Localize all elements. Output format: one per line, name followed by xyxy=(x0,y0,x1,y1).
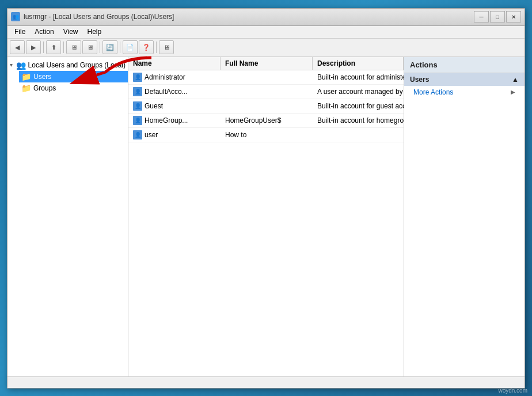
close-button[interactable]: ✕ xyxy=(506,11,521,22)
menu-view[interactable]: View xyxy=(59,27,83,37)
toolbar-sep-4 xyxy=(120,42,120,53)
user-desc-cell: A user account managed by the s... xyxy=(313,86,404,97)
minimize-button[interactable]: ─ xyxy=(474,11,489,22)
more-actions-chevron: ▶ xyxy=(511,89,515,95)
user-name-label: user xyxy=(145,131,158,139)
user-name-cell: 👤 Guest xyxy=(128,100,221,112)
user-name-label: Administrator xyxy=(145,73,185,81)
menu-action[interactable]: Action xyxy=(30,27,58,37)
menu-file[interactable]: File xyxy=(10,27,30,37)
back-button[interactable]: ◀ xyxy=(10,40,25,54)
users-folder-icon: 📁 xyxy=(21,72,31,81)
toolbar-sep-3 xyxy=(100,42,100,53)
user-fullname-cell xyxy=(221,76,313,78)
actions-panel: Actions Users ▲ More Actions ▶ xyxy=(404,57,525,376)
user-icon: 👤 xyxy=(133,130,142,139)
toolbar-sep-2 xyxy=(63,42,64,53)
title-bar: 👥 lusrmgr - [Local Users and Groups (Loc… xyxy=(7,9,525,26)
user-icon: 👤 xyxy=(133,73,142,82)
user-icon: 👤 xyxy=(133,101,142,111)
user-name-label: HomeGroup... xyxy=(145,116,188,125)
window-controls: ─ □ ✕ xyxy=(474,11,521,22)
col-desc-header[interactable]: Description xyxy=(313,57,404,70)
window-title: lusrmgr - [Local Users and Groups (Local… xyxy=(24,13,174,21)
forward-button[interactable]: ▶ xyxy=(26,40,41,54)
user-icon: 👤 xyxy=(133,116,142,125)
user-fullname-cell: How to xyxy=(221,130,313,140)
tree-users-label: Users xyxy=(33,73,51,81)
table-row[interactable]: 👤 user How to xyxy=(128,128,404,142)
user-name-label: Guest xyxy=(145,102,163,110)
tree-item-users[interactable]: 📁 Users xyxy=(19,71,128,82)
menu-help[interactable]: Help xyxy=(83,27,107,37)
expand-icon-root: ▾ xyxy=(10,62,14,68)
table-row[interactable]: 👤 Administrator Built-in account for adm… xyxy=(128,70,404,85)
toolbar-sep-5 xyxy=(156,42,157,53)
actions-header: Actions xyxy=(404,57,525,73)
table-row[interactable]: 👤 HomeGroup... HomeGroupUser$ Built-in a… xyxy=(128,114,404,128)
tree-groups-label: Groups xyxy=(33,84,56,92)
app-icon: 👥 xyxy=(11,12,20,21)
user-list: 👤 Administrator Built-in account for adm… xyxy=(128,70,404,376)
properties-button[interactable]: 🖥 xyxy=(82,40,97,54)
view-button[interactable]: 🖥 xyxy=(159,40,174,54)
user-fullname-cell xyxy=(221,105,313,107)
toolbar: ◀ ▶ ⬆ 🖥 🖥 🔄 📄 ❓ 🖥 xyxy=(7,39,525,57)
help-button[interactable]: ❓ xyxy=(139,40,154,54)
export-button[interactable]: 📄 xyxy=(123,40,138,54)
tree-children: 📁 Users 📁 Groups xyxy=(7,71,128,94)
user-name-cell: 👤 HomeGroup... xyxy=(128,115,221,126)
tree-root-label: Local Users and Groups (Local) xyxy=(28,61,126,69)
main-window: 👥 lusrmgr - [Local Users and Groups (Loc… xyxy=(7,8,525,389)
root-folder-icon: 👥 xyxy=(16,61,26,70)
user-fullname-cell: HomeGroupUser$ xyxy=(221,115,313,126)
status-bar xyxy=(7,376,525,388)
main-content: ▾ 👥 Local Users and Groups (Local) 📁 Use… xyxy=(7,57,525,376)
user-desc-cell: Built-in account for guest access t... xyxy=(313,101,404,111)
col-fullname-header[interactable]: Full Name xyxy=(221,57,313,70)
actions-collapse-icon: ▲ xyxy=(512,76,519,84)
user-desc-cell xyxy=(313,134,404,136)
tree-root[interactable]: ▾ 👥 Local Users and Groups (Local) xyxy=(7,59,128,71)
user-fullname-cell xyxy=(221,90,313,93)
more-actions-link[interactable]: More Actions ▶ xyxy=(404,86,525,99)
menu-bar: File Action View Help xyxy=(7,26,525,39)
user-desc-cell: Built-in account for administering... xyxy=(313,72,404,82)
column-headers: Name Full Name Description xyxy=(128,57,404,70)
user-name-label: DefaultAcco... xyxy=(145,88,188,96)
tree-item-groups[interactable]: 📁 Groups xyxy=(19,82,128,94)
title-bar-left: 👥 lusrmgr - [Local Users and Groups (Loc… xyxy=(11,12,174,21)
up-button[interactable]: ⬆ xyxy=(46,40,61,54)
toolbar-sep-1 xyxy=(43,42,44,53)
user-desc-cell: Built-in account for homegroup a... xyxy=(313,115,404,126)
more-actions-label: More Actions xyxy=(413,88,453,96)
watermark: woydn.com xyxy=(498,387,527,394)
tree-panel: ▾ 👥 Local Users and Groups (Local) 📁 Use… xyxy=(7,57,128,376)
col-name-header[interactable]: Name xyxy=(128,57,221,70)
user-icon: 👤 xyxy=(133,87,142,96)
user-name-cell: 👤 Administrator xyxy=(128,71,221,83)
refresh-button[interactable]: 🔄 xyxy=(102,40,117,54)
user-name-cell: 👤 DefaultAcco... xyxy=(128,86,221,97)
table-row[interactable]: 👤 Guest Built-in account for guest acces… xyxy=(128,99,404,114)
content-panel: Name Full Name Description 👤 Administrat… xyxy=(128,57,404,376)
table-row[interactable]: 👤 DefaultAcco... A user account managed … xyxy=(128,85,404,99)
actions-section-label: Users xyxy=(410,76,429,84)
actions-section-users[interactable]: Users ▲ xyxy=(404,73,525,86)
maximize-button[interactable]: □ xyxy=(490,11,505,22)
show-hide-button[interactable]: 🖥 xyxy=(66,40,81,54)
groups-folder-icon: 📁 xyxy=(21,84,31,93)
user-name-cell: 👤 user xyxy=(128,129,221,141)
